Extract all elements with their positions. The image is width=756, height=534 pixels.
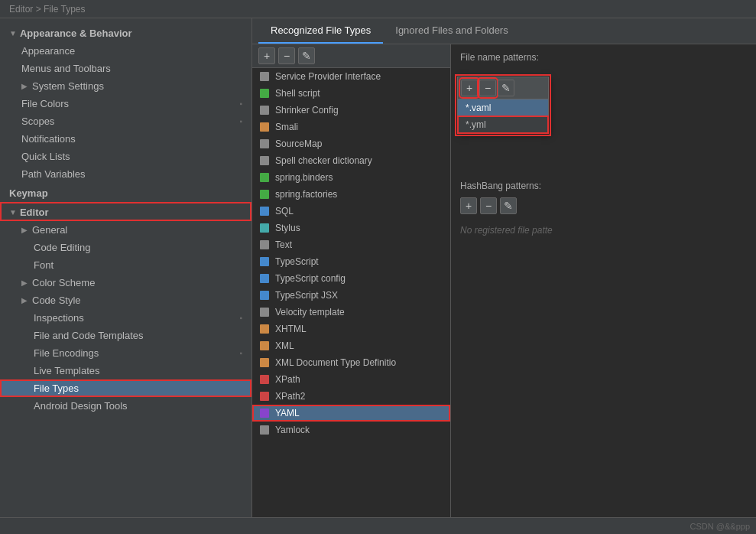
sidebar-item-label: File Encodings	[34, 347, 99, 359]
file-item-label: spring.factories	[275, 189, 337, 200]
file-item-label: Shrinker Config	[275, 105, 339, 116]
chevron-down-icon: ▼	[9, 29, 17, 37]
sidebar-item-font[interactable]: Font	[0, 256, 251, 274]
file-item-spell-checker[interactable]: Spell checker dictionary	[252, 152, 450, 169]
sidebar-item-file-encodings[interactable]: File Encodings ▪	[0, 344, 251, 362]
sidebar-item-file-types[interactable]: File Types	[0, 379, 251, 397]
remove-file-type-button[interactable]: −	[278, 47, 295, 64]
chevron-right-icon: ▶	[21, 226, 28, 234]
file-item-typescript[interactable]: TypeScript	[252, 253, 450, 270]
file-icon-shell	[258, 87, 271, 99]
file-item-service-provider[interactable]: Service Provider Interface	[252, 68, 450, 85]
sidebar-group-label-text: Appearance & Behavior	[20, 28, 132, 39]
sidebar-item-menus-toolbars[interactable]: Menus and Toolbars	[0, 60, 251, 77]
sidebar-item-inspections[interactable]: Inspections ▪	[0, 309, 251, 327]
pattern-item-yml[interactable]: *.yml	[458, 116, 548, 133]
sidebar-item-file-colors[interactable]: File Colors ▪	[0, 95, 251, 112]
breadcrumb-text: Editor > File Types	[9, 4, 86, 15]
file-encodings-icon: ▪	[239, 349, 242, 357]
hashbang-patterns-toolbar: + − ✎	[460, 197, 747, 214]
sidebar-item-label: System Settings	[32, 80, 104, 92]
sidebar-item-general[interactable]: ▶ General	[0, 221, 251, 239]
hashbang-add-button[interactable]: +	[460, 197, 477, 214]
file-item-label: Spell checker dictionary	[275, 155, 372, 166]
sidebar-item-path-variables[interactable]: Path Variables	[0, 165, 251, 183]
file-item-text[interactable]: Text	[252, 236, 450, 253]
sidebar-item-notifications[interactable]: Notifications	[0, 130, 251, 148]
edit-file-type-button[interactable]: ✎	[298, 47, 315, 64]
pattern-item-vaml[interactable]: *.vaml	[458, 99, 548, 116]
sidebar-item-system-settings[interactable]: ▶ System Settings	[0, 77, 251, 95]
file-icon-generic	[258, 306, 271, 318]
file-icon-generic	[258, 424, 271, 436]
file-item-typescript-jsx[interactable]: TypeScript JSX	[252, 287, 450, 304]
sidebar-item-appearance[interactable]: Appearance	[0, 42, 251, 60]
sidebar-item-live-templates[interactable]: Live Templates	[0, 362, 251, 379]
file-item-label: XML Document Type Definitio	[275, 357, 396, 368]
hashbang-edit-button[interactable]: ✎	[500, 197, 517, 214]
file-item-xml[interactable]: XML	[252, 337, 450, 354]
tab-recognized-file-types[interactable]: Recognized File Types	[258, 18, 383, 44]
file-item-stylus[interactable]: Stylus	[252, 220, 450, 236]
sidebar-item-code-style[interactable]: ▶ Code Style	[0, 291, 251, 309]
add-file-type-button[interactable]: +	[258, 47, 275, 64]
sidebar-item-label: Quick Lists	[21, 151, 70, 162]
sidebar-group-label-text: Editor	[20, 207, 49, 218]
sidebar-item-label: Live Templates	[34, 365, 99, 376]
file-item-label: XHTML	[275, 324, 307, 334]
sidebar-item-quick-lists[interactable]: Quick Lists	[0, 148, 251, 165]
panel-body: + − ✎ Service Provider Interface Shell s…	[252, 44, 756, 517]
file-item-sourcemap[interactable]: SourceMap	[252, 135, 450, 152]
sidebar-item-keymap[interactable]: Keymap	[0, 183, 251, 202]
file-item-label: SQL	[275, 206, 294, 217]
file-item-label: XML	[275, 340, 294, 351]
hashbang-patterns-label: HashBang patterns:	[460, 181, 747, 191]
hashbang-remove-button[interactable]: −	[480, 197, 497, 214]
file-item-typescript-config[interactable]: TypeScript config	[252, 270, 450, 287]
right-panel: Recognized File Types Ignored Files and …	[252, 18, 756, 517]
file-icon-ts	[258, 256, 271, 268]
sidebar-item-label: Color Scheme	[32, 277, 95, 288]
file-item-shrinker-config[interactable]: Shrinker Config	[252, 102, 450, 119]
file-item-sql[interactable]: SQL	[252, 203, 450, 220]
patterns-remove-button[interactable]: −	[479, 80, 496, 96]
patterns-add-button[interactable]: +	[461, 80, 478, 96]
file-item-yaml[interactable]: YAML	[252, 405, 450, 422]
sidebar-item-label: Scopes	[21, 116, 54, 127]
sidebar-item-label: Path Variables	[21, 168, 86, 180]
file-item-label: TypeScript	[275, 256, 319, 267]
sidebar-item-label: File Colors	[21, 98, 69, 109]
file-icon-yaml	[258, 407, 271, 419]
tab-ignored-files-folders[interactable]: Ignored Files and Folders	[383, 18, 520, 44]
file-item-xpath[interactable]: XPath	[252, 371, 450, 388]
patterns-edit-button[interactable]: ✎	[498, 80, 514, 96]
sidebar-group-editor[interactable]: ▼ Editor	[0, 202, 251, 221]
file-item-velocity-template[interactable]: Velocity template	[252, 304, 450, 321]
sidebar-item-file-code-templates[interactable]: File and Code Templates	[0, 327, 251, 344]
file-name-patterns-label: File name patterns:	[460, 52, 747, 63]
sidebar-group-appearance-behavior[interactable]: ▼ Appearance & Behavior	[0, 23, 251, 42]
file-item-xhtml[interactable]: XHTML	[252, 321, 450, 337]
no-pattern-text: No registered file patte	[460, 225, 747, 236]
file-item-label: Velocity template	[275, 307, 345, 317]
file-item-xml-dtd[interactable]: XML Document Type Definitio	[252, 354, 450, 371]
sidebar-item-label: Menus and Toolbars	[21, 63, 111, 74]
file-item-smali[interactable]: Smali	[252, 119, 450, 135]
file-item-spring-binders[interactable]: spring.binders	[252, 169, 450, 186]
patterns-panel: File name patterns: + − ✎ *.vaml *.yml	[451, 44, 756, 517]
bottom-bar: CSDN @&&ppp	[0, 517, 756, 534]
file-item-label: TypeScript JSX	[275, 290, 338, 301]
sidebar-item-android-design-tools[interactable]: Android Design Tools	[0, 397, 251, 415]
file-icon-generic	[258, 222, 271, 234]
file-item-label: TypeScript config	[275, 273, 346, 284]
file-item-label: Smali	[275, 122, 298, 132]
file-item-spring-factories[interactable]: spring.factories	[252, 186, 450, 203]
sidebar-item-color-scheme[interactable]: ▶ Color Scheme	[0, 274, 251, 291]
file-icon-xpath	[258, 390, 271, 402]
pattern-item-label: *.yml	[466, 119, 486, 130]
sidebar-item-scopes[interactable]: Scopes ▪	[0, 112, 251, 130]
file-item-xpath2[interactable]: XPath2	[252, 388, 450, 405]
file-item-shell-script[interactable]: Shell script	[252, 85, 450, 102]
sidebar-item-code-editing[interactable]: Code Editing	[0, 239, 251, 256]
file-item-yamlock[interactable]: Yamlock	[252, 422, 450, 438]
